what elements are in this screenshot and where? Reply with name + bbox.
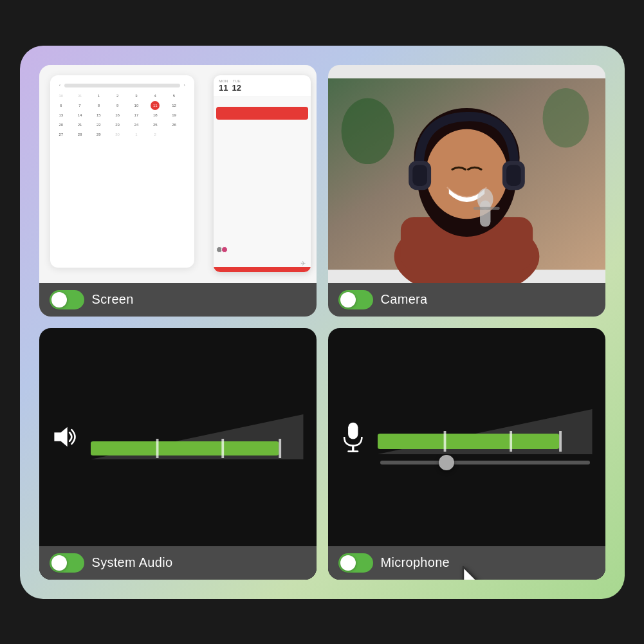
main-container: ‹ › 303112345678910111213141516171819202… — [20, 46, 625, 599]
schedule-avatars — [216, 246, 228, 253]
cal-cell: 20 — [57, 120, 66, 129]
cal-cell: 16 — [113, 111, 122, 120]
schedule-block: ✈ — [214, 97, 311, 271]
cal-cell: 11 — [151, 101, 160, 110]
screen-toggle[interactable] — [50, 290, 84, 309]
screen-toggle-label: Screen — [92, 292, 134, 307]
svg-rect-28 — [444, 431, 446, 452]
mic-slider-track[interactable] — [380, 461, 589, 465]
cal-cell: 10 — [132, 101, 141, 110]
system-audio-toggle[interactable] — [50, 553, 84, 573]
cal-cell: 25 — [151, 120, 160, 129]
cal-cell: 12 — [170, 101, 179, 110]
cal-cell: 1 — [94, 91, 103, 100]
cal-cell: 9 — [113, 101, 122, 110]
audio-ramp-svg — [91, 414, 303, 459]
calendar-preview: ‹ › 303112345678910111213141516171819202… — [39, 65, 317, 283]
cal-cell: 22 — [94, 120, 103, 129]
svg-point-9 — [425, 129, 507, 219]
cal-cell: 6 — [57, 101, 66, 110]
audio-ramp-container — [91, 414, 303, 459]
cal-cell: 29 — [94, 130, 103, 139]
cal-grid: 3031123456789101112131415161718192021222… — [57, 91, 188, 139]
camera-toggle-label: Camera — [381, 292, 428, 307]
cal-cell: 4 — [151, 91, 160, 100]
svg-rect-29 — [510, 431, 512, 452]
cal-cell: 17 — [132, 111, 141, 120]
screen-preview: ‹ › 303112345678910111213141516171819202… — [39, 65, 317, 283]
cursor-arrow-svg — [458, 564, 503, 580]
audio-level-area — [91, 414, 303, 459]
schedule-header: MON 11 TUE 12 — [214, 75, 311, 97]
microphone-toggle-label: Microphone — [381, 555, 450, 570]
cal-cell: 30 — [113, 130, 122, 139]
cal-prev-icon: ‹ — [59, 83, 60, 87]
microphone-toggle-knob — [340, 555, 356, 571]
mic-slider-knob[interactable] — [439, 455, 454, 470]
camera-preview — [328, 65, 605, 283]
svg-rect-24 — [352, 446, 354, 452]
cal-cell: 2 — [151, 130, 160, 139]
svg-rect-19 — [91, 441, 279, 455]
svg-rect-27 — [378, 434, 559, 449]
cal-cell: 15 — [94, 111, 103, 120]
cal-cell: 28 — [75, 130, 84, 139]
camera-toggle-bar: Camera — [328, 283, 605, 317]
svg-rect-20 — [156, 439, 159, 458]
calendar-widget: ‹ › 303112345678910111213141516171819202… — [50, 75, 194, 267]
cal-cell: 14 — [75, 111, 84, 120]
cal-cell: 26 — [170, 120, 179, 129]
microphone-viz — [328, 328, 605, 546]
screen-toggle-bar: Screen — [39, 283, 317, 317]
system-audio-card: System Audio — [39, 328, 317, 580]
cal-cell: 18 — [151, 111, 160, 120]
system-audio-viz — [39, 328, 317, 546]
screen-card: ‹ › 303112345678910111213141516171819202… — [39, 65, 317, 317]
cal-cell: 8 — [94, 101, 103, 110]
schedule-day-2: TUE 12 — [232, 79, 241, 93]
microphone-card: Microphone — [328, 328, 605, 580]
cal-cell: 13 — [57, 111, 66, 120]
system-audio-toggle-knob — [51, 555, 67, 571]
mic-slider-row — [378, 461, 592, 465]
svg-point-1 — [341, 98, 394, 164]
camera-toggle-knob — [340, 292, 356, 308]
microphone-toggle[interactable] — [338, 553, 373, 573]
svg-point-15 — [477, 189, 493, 210]
system-audio-toggle-label: System Audio — [92, 555, 173, 570]
camera-photo — [328, 65, 605, 283]
schedule-day2-num: 12 — [232, 83, 241, 93]
schedule-plane-icon: ✈ — [300, 260, 306, 267]
cal-next-icon: › — [184, 83, 185, 87]
svg-rect-11 — [412, 165, 427, 186]
cursor-overlay — [458, 564, 503, 580]
schedule-red-bar — [214, 267, 311, 272]
cal-cell: 31 — [75, 91, 84, 100]
schedule-event — [216, 107, 308, 120]
svg-rect-21 — [221, 439, 224, 458]
schedule-day-1: MON 11 — [219, 79, 228, 93]
cal-cell: 3 — [132, 91, 141, 100]
avatar-2 — [221, 246, 228, 253]
speaker-icon — [52, 421, 78, 452]
camera-toggle[interactable] — [338, 290, 373, 309]
screen-toggle-knob — [51, 292, 67, 308]
cal-month-bar — [64, 84, 179, 87]
cal-nav: ‹ › — [57, 82, 188, 89]
cal-cell: 5 — [170, 91, 179, 100]
cal-cell: 27 — [57, 130, 66, 139]
svg-rect-13 — [506, 165, 521, 186]
cal-cell: 1 — [132, 130, 141, 139]
svg-rect-30 — [559, 431, 562, 452]
svg-rect-16 — [473, 207, 499, 209]
svg-rect-22 — [279, 439, 281, 458]
schedule-day1-num: 11 — [219, 83, 228, 93]
cal-cell: 19 — [170, 111, 179, 120]
microphone-icon — [341, 419, 365, 455]
mic-ramp-svg — [378, 409, 592, 454]
svg-rect-23 — [348, 423, 358, 439]
cal-cell: 30 — [57, 91, 66, 100]
cal-cell: 2 — [113, 91, 122, 100]
svg-marker-17 — [54, 427, 67, 446]
cal-cell: 21 — [75, 120, 84, 129]
